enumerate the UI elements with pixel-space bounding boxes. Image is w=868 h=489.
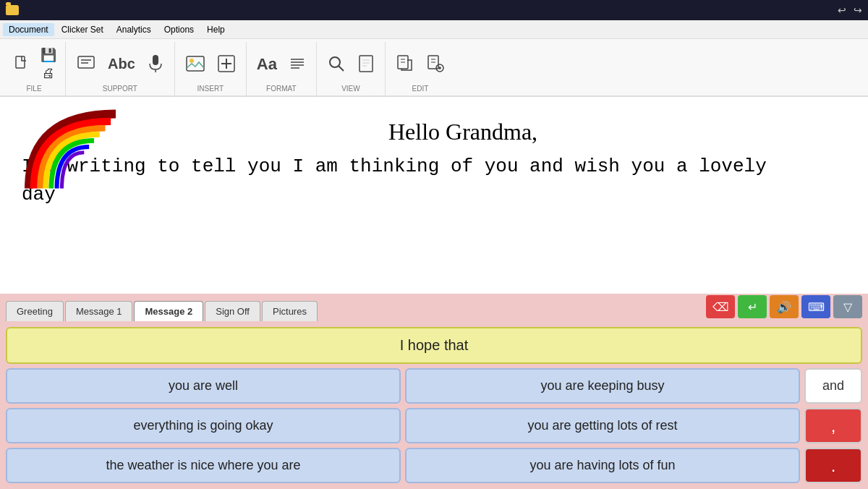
having-fun-container: you are having lots of fun (405, 448, 800, 483)
font-button[interactable]: Aa (252, 46, 281, 83)
tab-sign-off[interactable]: Sign Off (205, 301, 260, 321)
svg-line-16 (339, 66, 344, 71)
ribbon-format-label: FORMAT (266, 85, 296, 93)
insert-symbol-button[interactable] (213, 46, 240, 83)
backspace-button[interactable]: ⌫ (706, 295, 735, 318)
ribbon-group-file: 💾 🖨 FILE (6, 42, 66, 95)
document-text: Hello Grandma, I'm writing to tell you I… (22, 111, 846, 209)
ribbon-insert-label: INSERT (197, 85, 224, 93)
tab-greeting[interactable]: Greeting (6, 301, 64, 321)
clicker-row-3: the weather is nice where you are you ar… (6, 448, 862, 483)
tab-message2[interactable]: Message 2 (134, 301, 203, 321)
everything-going-okay-container: everything is going okay (6, 408, 401, 443)
doc-body-line1: I'm writing to tell you I am thinking of… (22, 156, 767, 177)
ribbon-file-label: FILE (26, 85, 41, 93)
main-content: Hello Grandma, I'm writing to tell you I… (0, 97, 868, 489)
period-side-container: . (804, 448, 862, 483)
clicker-highlight-button[interactable]: I hope that (6, 327, 862, 364)
edit1-button[interactable] (391, 46, 419, 83)
svg-point-7 (190, 59, 194, 63)
you-are-well-button[interactable]: you are well (6, 368, 401, 404)
rainbow-image (22, 108, 123, 195)
keyboard-icon: ⌨ (808, 300, 825, 314)
sound-icon: 🔊 (777, 300, 791, 314)
svg-rect-4 (153, 55, 158, 65)
ribbon-group-edit: EDIT (388, 42, 455, 95)
insert-image-button[interactable] (181, 46, 210, 83)
tab-actions: ⌫ ↵ 🔊 ⌨ ▽ (706, 295, 862, 318)
clicker-row-2: everything is going okay you are getting… (6, 408, 862, 443)
keyboard-button[interactable]: ⌨ (801, 295, 830, 318)
titlebar-controls: ↩ ↪ (838, 4, 862, 16)
microphone-button[interactable] (142, 46, 169, 83)
everything-going-okay-button[interactable]: everything is going okay (6, 408, 401, 443)
svg-rect-0 (16, 56, 25, 68)
print-button[interactable]: 🖨 (38, 65, 59, 82)
search-button[interactable] (323, 46, 350, 83)
abc-button[interactable]: Abc (103, 46, 140, 83)
svg-rect-1 (78, 56, 94, 68)
period-button[interactable]: . (804, 448, 862, 483)
paragraph-button[interactable] (284, 46, 310, 83)
svg-rect-17 (359, 56, 373, 72)
ribbon-group-view: VIEW (320, 42, 386, 95)
you-are-getting-rest-button[interactable]: you are getting lots of rest (405, 408, 800, 443)
new-document-button[interactable] (9, 46, 35, 83)
ribbon-support-label: SUPPORT (103, 85, 137, 93)
enter-button[interactable]: ↵ (738, 295, 767, 318)
ribbon-group-support: Abc SUPPORT (69, 42, 175, 95)
svg-rect-6 (187, 56, 204, 71)
doc-title: Hello Grandma, (80, 119, 846, 145)
spell-check-button[interactable] (72, 46, 101, 83)
tab-pictures[interactable]: Pictures (262, 301, 318, 321)
menu-options[interactable]: Options (158, 23, 200, 36)
scroll-down-button[interactable]: ▽ (833, 295, 862, 318)
svg-point-15 (330, 57, 340, 67)
tab-bar: Greeting Message 1 Message 2 Sign Off Pi… (0, 294, 868, 321)
titlebar: ↩ ↪ (0, 0, 868, 20)
clicker-highlight-row: I hope that (6, 327, 862, 364)
you-are-getting-rest-container: you are getting lots of rest (405, 408, 800, 443)
sound-button[interactable]: 🔊 (770, 295, 799, 318)
tab-message1[interactable]: Message 1 (65, 301, 133, 321)
folder-icon (6, 5, 19, 15)
ribbon-edit-label: EDIT (412, 85, 429, 93)
clicker-area: I hope that you are well you are keeping… (0, 321, 868, 489)
page-view-button[interactable] (353, 46, 379, 83)
clicker-highlight-container: I hope that (6, 327, 862, 364)
weather-nice-button[interactable]: the weather is nice where you are (6, 448, 401, 483)
save-button[interactable]: 💾 (38, 46, 59, 64)
you-are-keeping-busy-button[interactable]: you are keeping busy (405, 368, 800, 404)
titlebar-left (6, 5, 19, 15)
comma-button[interactable]: , (804, 408, 862, 443)
menu-help[interactable]: Help (201, 23, 231, 36)
ribbon-group-insert: INSERT (178, 42, 247, 95)
undo-button[interactable]: ↩ (838, 4, 846, 16)
menu-clicker-set[interactable]: Clicker Set (56, 23, 109, 36)
clicker-row-1: you are well you are keeping busy and (6, 368, 862, 404)
ribbon-view-label: VIEW (341, 85, 360, 93)
menu-document[interactable]: Document (3, 23, 54, 36)
and-button[interactable]: and (804, 368, 862, 404)
comma-side-container: , (804, 408, 862, 443)
ribbon-group-format: Aa FORMAT (250, 42, 317, 95)
weather-nice-container: the weather is nice where you are (6, 448, 401, 483)
ribbon: 💾 🖨 FILE Abc (0, 39, 868, 97)
you-are-keeping-busy-container: you are keeping busy (405, 368, 800, 404)
menubar: Document Clicker Set Analytics Options H… (0, 20, 868, 39)
you-are-well-container: you are well (6, 368, 401, 404)
edit2-button[interactable] (422, 46, 449, 83)
redo-button[interactable]: ↪ (854, 4, 862, 16)
doc-body: I'm writing to tell you I am thinking of… (22, 153, 846, 209)
enter-icon: ↵ (748, 300, 757, 314)
backspace-icon: ⌫ (712, 300, 729, 314)
menu-analytics[interactable]: Analytics (111, 23, 157, 36)
document-area: Hello Grandma, I'm writing to tell you I… (0, 97, 868, 294)
and-side-container: and (804, 368, 862, 404)
having-fun-button[interactable]: you are having lots of fun (405, 448, 800, 483)
chevron-down-icon: ▽ (843, 300, 852, 314)
